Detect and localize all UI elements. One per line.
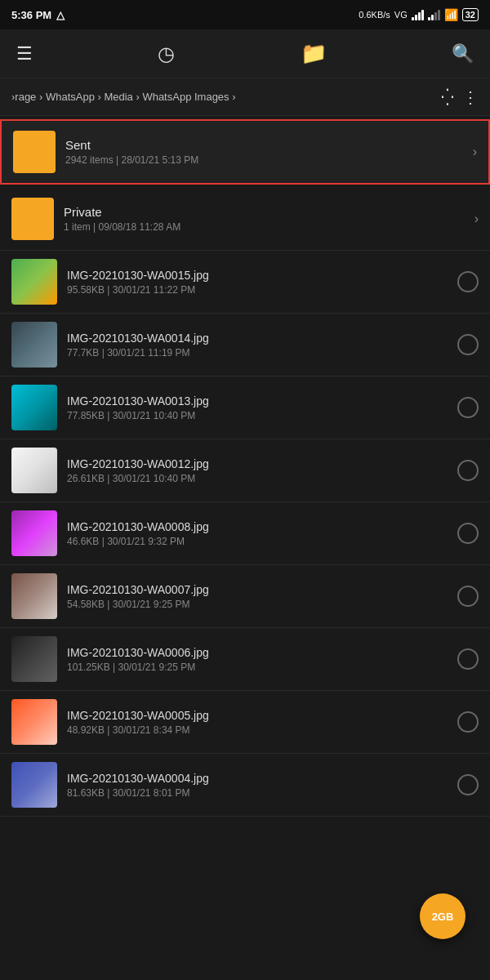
file-checkbox[interactable] xyxy=(457,523,479,544)
folder-meta-sent: 2942 items | 28/01/21 5:13 PM xyxy=(65,154,463,166)
file-name: IMG-20210130-WA0006.jpg xyxy=(67,646,448,659)
file-meta: 77.85KB | 30/01/21 10:40 PM xyxy=(67,410,448,421)
chevron-icon-private: › xyxy=(474,212,479,226)
file-checkbox[interactable] xyxy=(457,271,479,292)
folder-thumb-private xyxy=(11,198,54,240)
bar4 xyxy=(438,10,440,20)
signal-bars-2 xyxy=(428,9,440,20)
file-item[interactable]: IMG-20210130-WA0004.jpg 81.63KB | 30/01/… xyxy=(0,754,490,817)
network-speed: 0.6KB/s xyxy=(359,10,390,20)
network-type: VG xyxy=(394,10,408,20)
folder-item-private[interactable]: Private 1 item | 09/08/18 11:28 AM › xyxy=(0,188,490,251)
file-info: IMG-20210130-WA0004.jpg 81.63KB | 30/01/… xyxy=(57,772,457,799)
file-thumbnail xyxy=(11,573,57,619)
file-item[interactable]: IMG-20210130-WA0007.jpg 54.58KB | 30/01/… xyxy=(0,565,490,628)
file-items-container: IMG-20210130-WA0015.jpg 95.58KB | 30/01/… xyxy=(0,251,490,817)
breadcrumb-bar: ›rage › WhatsApp › Media › WhatsApp Imag… xyxy=(0,78,490,116)
file-meta: 81.63KB | 30/01/21 8:01 PM xyxy=(67,787,448,799)
folder-info-private: Private 1 item | 09/08/18 11:28 AM xyxy=(54,205,474,233)
folder-thumb-sent xyxy=(13,131,56,173)
file-info: IMG-20210130-WA0012.jpg 26.61KB | 30/01/… xyxy=(57,457,457,484)
file-name: IMG-20210130-WA0015.jpg xyxy=(67,269,448,282)
file-thumbnail xyxy=(11,699,57,745)
file-info: IMG-20210130-WA0007.jpg 54.58KB | 30/01/… xyxy=(57,583,457,610)
signal-bars-1 xyxy=(412,9,424,20)
bar3 xyxy=(434,12,437,20)
file-meta: 54.58KB | 30/01/21 9:25 PM xyxy=(67,599,448,610)
bar1 xyxy=(428,17,430,20)
status-right: 0.6KB/s VG 📶 32 xyxy=(359,8,479,21)
folder-icon-private xyxy=(14,203,51,235)
file-checkbox[interactable] xyxy=(457,648,479,670)
wifi-icon: 📶 xyxy=(444,8,458,21)
file-checkbox[interactable] xyxy=(457,460,479,481)
file-checkbox[interactable] xyxy=(457,334,479,355)
file-meta: 26.61KB | 30/01/21 10:40 PM xyxy=(67,473,448,484)
grid-view-button[interactable]: ⁛ xyxy=(441,87,454,107)
file-name: IMG-20210130-WA0008.jpg xyxy=(67,520,448,533)
file-name: IMG-20210130-WA0014.jpg xyxy=(67,332,448,345)
file-meta: 77.7KB | 30/01/21 11:19 PM xyxy=(67,347,448,359)
bar1 xyxy=(412,17,414,20)
file-checkbox[interactable] xyxy=(457,774,479,795)
file-thumbnail xyxy=(11,322,57,368)
file-checkbox[interactable] xyxy=(457,711,479,733)
menu-button[interactable]: ☰ xyxy=(16,43,33,65)
file-checkbox[interactable] xyxy=(457,586,479,607)
file-info: IMG-20210130-WA0015.jpg 95.58KB | 30/01/… xyxy=(57,269,457,296)
battery: 32 xyxy=(462,8,479,21)
file-name: IMG-20210130-WA0007.jpg xyxy=(67,583,448,596)
file-item[interactable]: IMG-20210130-WA0014.jpg 77.7KB | 30/01/2… xyxy=(0,314,490,376)
folder-info-sent: Sent 2942 items | 28/01/21 5:13 PM xyxy=(56,138,473,166)
file-name: IMG-20210130-WA0005.jpg xyxy=(67,709,448,722)
file-checkbox[interactable] xyxy=(457,397,479,418)
file-thumbnail xyxy=(11,385,57,430)
file-item[interactable]: IMG-20210130-WA0012.jpg 26.61KB | 30/01/… xyxy=(0,439,490,502)
file-item[interactable]: IMG-20210130-WA0008.jpg 46.6KB | 30/01/2… xyxy=(0,502,490,565)
status-left: 5:36 PM △ xyxy=(11,9,65,21)
bar2 xyxy=(431,15,434,20)
file-thumbnail xyxy=(11,636,57,682)
file-item[interactable]: IMG-20210130-WA0006.jpg 101.25KB | 30/01… xyxy=(0,628,490,691)
file-info: IMG-20210130-WA0008.jpg 46.6KB | 30/01/2… xyxy=(57,520,457,547)
search-button[interactable]: 🔍 xyxy=(452,43,474,65)
file-meta: 46.6KB | 30/01/21 9:32 PM xyxy=(67,536,448,547)
drive-icon: △ xyxy=(56,9,65,21)
folder-name-sent: Sent xyxy=(65,138,463,152)
breadcrumb-actions: ⁛ ⋮ xyxy=(441,87,479,107)
file-meta: 95.58KB | 30/01/21 11:22 PM xyxy=(67,284,448,296)
folder-icon-sent xyxy=(16,136,53,168)
bar2 xyxy=(415,15,417,20)
fab-button[interactable]: 2GB xyxy=(420,893,466,939)
folder-button[interactable]: 📁 xyxy=(301,41,327,66)
file-info: IMG-20210130-WA0013.jpg 77.85KB | 30/01/… xyxy=(57,394,457,421)
time: 5:36 PM xyxy=(11,9,51,21)
file-name: IMG-20210130-WA0012.jpg xyxy=(67,457,448,470)
file-thumbnail xyxy=(11,259,57,305)
file-item[interactable]: IMG-20210130-WA0005.jpg 48.92KB | 30/01/… xyxy=(0,691,490,754)
toolbar: ☰ ◷ 📁 🔍 xyxy=(0,29,490,78)
file-info: IMG-20210130-WA0005.jpg 48.92KB | 30/01/… xyxy=(57,709,457,736)
file-info: IMG-20210130-WA0014.jpg 77.7KB | 30/01/2… xyxy=(57,332,457,359)
bar4 xyxy=(421,10,424,20)
folder-item-sent[interactable]: Sent 2942 items | 28/01/21 5:13 PM › xyxy=(0,119,490,185)
breadcrumb-path: ›rage › WhatsApp › Media › WhatsApp Imag… xyxy=(11,91,441,103)
status-bar: 5:36 PM △ 0.6KB/s VG 📶 32 xyxy=(0,0,490,29)
file-list: Sent 2942 items | 28/01/21 5:13 PM › Pri… xyxy=(0,119,490,817)
file-name: IMG-20210130-WA0004.jpg xyxy=(67,772,448,785)
fab-label: 2GB xyxy=(432,911,454,923)
chevron-icon-sent: › xyxy=(473,145,477,159)
file-thumbnail xyxy=(11,448,57,493)
file-item[interactable]: IMG-20210130-WA0015.jpg 95.58KB | 30/01/… xyxy=(0,251,490,314)
folder-meta-private: 1 item | 09/08/18 11:28 AM xyxy=(64,221,465,233)
file-item[interactable]: IMG-20210130-WA0013.jpg 77.85KB | 30/01/… xyxy=(0,376,490,439)
file-name: IMG-20210130-WA0013.jpg xyxy=(67,394,448,408)
file-meta: 48.92KB | 30/01/21 8:34 PM xyxy=(67,724,448,736)
file-thumbnail xyxy=(11,762,57,808)
history-button[interactable]: ◷ xyxy=(158,42,175,65)
file-info: IMG-20210130-WA0006.jpg 101.25KB | 30/01… xyxy=(57,646,457,673)
file-thumbnail xyxy=(11,510,57,556)
more-options-button[interactable]: ⋮ xyxy=(462,87,479,107)
file-meta: 101.25KB | 30/01/21 9:25 PM xyxy=(67,662,448,673)
folder-name-private: Private xyxy=(64,205,465,219)
